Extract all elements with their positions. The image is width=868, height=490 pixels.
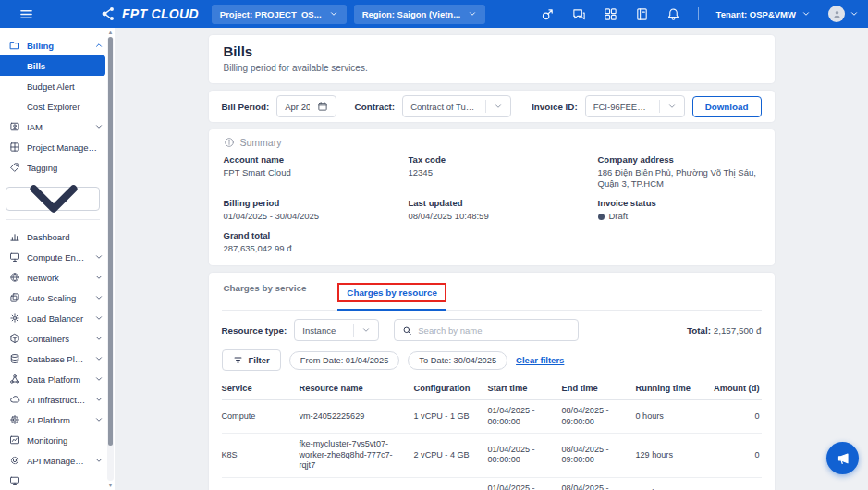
scroll-up-icon[interactable]: ▲ [108,29,114,36]
download-button[interactable]: Download [692,96,762,117]
cell-end-time: 08/04/2025 - 09:00:00 [562,477,636,490]
chevron-down-icon [801,9,811,18]
fpt-logo-icon [100,6,116,22]
tenant-selector[interactable]: Tenant: OSP&VMW [716,9,811,19]
sidebar-item-label: Network [27,273,88,283]
sidebar-item-cost-explorer[interactable]: Cost Explorer [0,96,107,116]
summary-field-label: Billing period [224,198,409,209]
filter-button[interactable]: Filter [222,349,281,371]
sidebar-item-budget-alert[interactable]: Budget Alert [0,76,107,96]
region-selector[interactable]: Region: Saigon (Vietn... [354,5,485,24]
sidebar-scrollbar[interactable]: ▲ ▼ [106,29,115,489]
scrollbar-thumb[interactable] [108,37,113,446]
to-date-chip[interactable]: To Date: 30/04/2025 [408,351,507,370]
apps-icon[interactable] [604,7,617,21]
chevron-down-icon [94,415,104,424]
summary-field-value: FPT Smart Cloud [224,167,409,178]
sidebar-item-label: Containers [27,334,88,344]
sidebar-item-network[interactable]: Network [0,267,107,288]
tab-charges-by-resource[interactable]: Charges by resource [337,283,446,311]
cell-start-time: 01/04/2025 - 00:00:00 [488,434,562,478]
total-value: 2,157,500 đ [714,325,762,336]
scroll-down-icon[interactable]: ▼ [108,482,114,489]
resource-filter-row: Resource type: Instance Total: 2,157,500… [222,319,762,341]
bill-period-label: Bill Period: [222,102,270,112]
brand-logo[interactable]: FPT CLOUD [100,6,199,22]
page-subtitle: Billing period for available services. [224,63,760,73]
sidebar-item-iam[interactable]: IAM [0,116,107,137]
search-box[interactable] [394,319,579,341]
scrollbar-track[interactable] [107,37,114,481]
release-notes-icon[interactable] [635,7,649,21]
bill-period-input[interactable] [276,95,336,117]
resource-type-select[interactable]: Instance [294,319,379,341]
nodes-icon [9,374,20,385]
sidebar-item-monitoring[interactable]: Monitoring [0,430,107,450]
user-menu[interactable] [828,6,859,22]
sidebar-item-billing[interactable]: Billing [0,35,107,55]
sidebar-item-item[interactable] [0,471,107,490]
status-dot-icon [598,214,605,220]
support-chat-icon[interactable] [572,7,586,21]
chevron-down-icon [94,334,104,343]
sidebar-item-auto-scaling[interactable]: Auto Scaling [0,288,107,308]
sidebar-item-load-balancer[interactable]: Load Balancer [0,308,107,328]
launch-icon[interactable] [541,7,555,21]
total-amount: Total: 2,157,500 đ [687,325,761,336]
sidebar-project-select[interactable]: OSP_CHECK_BILL_001 [6,187,100,211]
sidebar-item-label: Project Management [27,142,104,153]
search-input[interactable] [418,325,570,336]
chevron-down-icon [14,159,93,239]
from-date-chip[interactable]: From Date: 01/04/2025 [289,351,400,370]
sidebar-item-bills[interactable]: Bills [0,55,105,76]
sidebar-item-compute-engine[interactable]: Compute Engine [0,247,107,267]
summary-field-value: Draft [598,211,760,222]
sidebar-item-label: Bills [27,61,102,71]
sidebar-item-database-platform[interactable]: Database Platform [0,349,107,369]
chevron-down-icon [850,9,859,18]
chevron-down-icon [94,273,104,282]
tab-charges-by-service[interactable]: Charges by service [224,283,307,310]
funnel-icon [233,355,243,365]
menu-icon[interactable] [0,7,52,21]
gear-icon [9,455,20,466]
cube-icon [9,333,20,344]
sidebar-item-project-management[interactable]: Project Management [0,137,107,157]
summary-field-grand-total: Grand total287,635,042.99 đ [224,230,409,254]
project-selector[interactable]: Project: PROJECT_OS... [212,5,347,24]
sidebar-item-label: Cost Explorer [27,102,104,112]
column-header-running-time: Running time [636,377,706,400]
date-filter-row: Filter From Date: 01/04/2025 To Date: 30… [222,349,762,371]
sidebar-item-containers[interactable]: Containers [0,328,107,349]
sidebar-item-data-platform[interactable]: Data Platform [0,369,107,389]
sidebar-item-api-management[interactable]: API Management [0,450,107,471]
column-header-end-time: End time [562,377,636,400]
sidebar-item-ai-platform[interactable]: AI Platform [0,410,107,430]
notifications-icon[interactable] [666,7,680,21]
summary-field-value: 01/04/2025 - 30/04/2025 [224,211,409,222]
chevron-down-icon [94,293,104,302]
sidebar-item-label: AI Infrastructure [27,395,88,405]
invoice-id-select[interactable]: FCI-96FEEABD [585,95,685,117]
annotation-highlight-box: Charges by resource [337,283,446,302]
chevron-down-icon [94,252,104,262]
summary-field-tax-code: Tax code12345 [409,154,598,190]
cell-resource-name: vm-24052225629 [300,400,414,434]
chevron-down-icon [468,9,477,18]
table-row: Computevm-2409131048111 vCPU - 1 GB01/04… [222,477,762,490]
clear-filters-link[interactable]: Clear filters [516,355,564,365]
filter-button-label: Filter [249,355,270,365]
avatar [828,6,845,22]
bill-period-value[interactable] [285,102,309,112]
sidebar-item-ai-infrastructure[interactable]: AI Infrastructure [0,389,107,410]
page-title: Bills [224,43,760,59]
summary-field-last-updated: Last updated08/04/2025 10:48:59 [409,198,598,222]
calendar-icon[interactable] [317,101,328,112]
brand-text: FPT CLOUD [122,6,199,21]
summary-field-value: 08/04/2025 10:48:59 [409,211,598,222]
charges-tabs: Charges by service Charges by resource [222,273,762,311]
feedback-fab[interactable] [826,442,859,474]
summary-header: Summary [224,137,760,148]
contract-select[interactable]: Contract of Tuannn52... [402,95,511,117]
select-divider [659,100,660,113]
